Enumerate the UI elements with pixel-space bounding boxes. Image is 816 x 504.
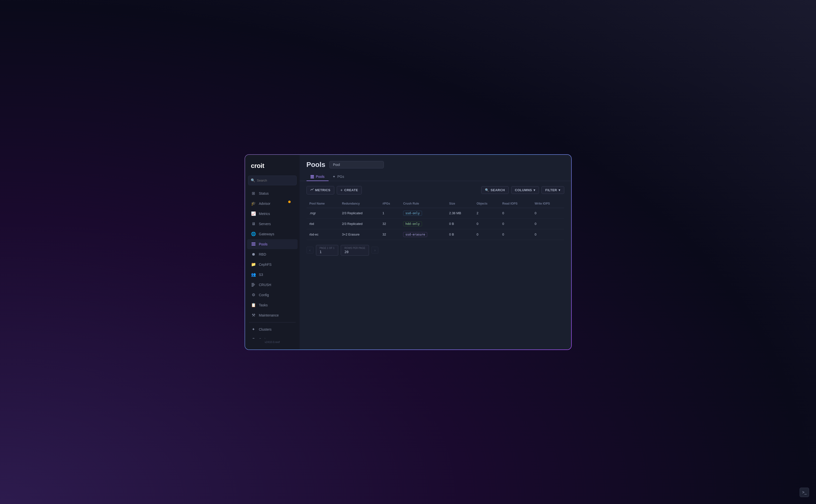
sidebar-item-label: CRUSH <box>259 283 271 287</box>
search-icon: 🔍 <box>485 188 489 192</box>
cell-pgs: 32 <box>379 229 400 240</box>
svg-rect-8 <box>310 176 314 177</box>
svg-rect-7 <box>310 175 314 176</box>
table-row[interactable]: rbd 2/3 Replicated 32 hdd-only 0 B 0 0 0 <box>306 218 564 229</box>
page-search-input[interactable] <box>329 161 384 168</box>
pools-table: Pool Name Redundancy #PGs Crush Rule Siz… <box>306 199 564 240</box>
columns-button[interactable]: COLUMNS ▾ <box>511 186 539 194</box>
rbd-icon: ⏺ <box>251 252 256 257</box>
col-write-iops: Write IOPS <box>532 199 564 208</box>
sidebar-item-label: S3 <box>259 273 263 277</box>
terminal-icon: >_ <box>802 490 807 495</box>
cell-objects: 2 <box>474 208 499 218</box>
filter-button[interactable]: FILTER ▾ <box>542 186 564 194</box>
col-read-iops: Read IOPS <box>499 199 532 208</box>
sidebar-item-label: Croit <box>259 338 266 339</box>
cell-redundancy: 3+2 Erasure <box>339 229 379 240</box>
tab-pools[interactable]: Pools <box>306 173 328 181</box>
svg-rect-9 <box>310 178 314 178</box>
sidebar-item-clusters[interactable]: ✦ Clusters <box>247 324 297 334</box>
sidebar-item-label: Maintenance <box>259 313 279 317</box>
terminal-button[interactable]: >_ <box>800 488 809 497</box>
cell-crush-rule: hdd-only <box>400 218 446 229</box>
cell-pool-name: rbd <box>306 218 339 229</box>
sidebar-item-pools[interactable]: Pools <box>247 239 297 249</box>
crush-icon <box>251 282 256 287</box>
sidebar-item-croit[interactable]: ⚙ Croit <box>247 335 297 339</box>
tab-pools-label: Pools <box>316 175 324 179</box>
svg-rect-6 <box>251 286 253 287</box>
version-label: v2410.0.reef <box>245 339 299 345</box>
cell-read-iops: 0 <box>499 208 532 218</box>
sidebar-nav: ⊞ Status 🎓 Advisor 📈 Metrics 🖥 Servers 🌐… <box>245 188 299 339</box>
page-tabs: Pools ✦ PGs <box>299 169 571 181</box>
metrics-icon: 📈 <box>251 211 256 216</box>
sidebar-item-maintenance[interactable]: ⚒ Maintenance <box>247 310 297 320</box>
cell-write-iops: 0 <box>532 208 564 218</box>
page-number: 1 <box>320 250 334 254</box>
rows-per-page-label: Rows per page <box>344 247 365 249</box>
col-pgs: #PGs <box>379 199 400 208</box>
sidebar-item-status[interactable]: ⊞ Status <box>247 188 297 198</box>
table-row[interactable]: .mgr 2/3 Replicated 1 ssd-only 2.38 MB 2… <box>306 208 564 218</box>
sidebar-item-servers[interactable]: 🖥 Servers <box>247 219 297 229</box>
sidebar-item-metrics[interactable]: 📈 Metrics <box>247 209 297 219</box>
cell-crush-rule: ssd-only <box>400 208 446 218</box>
col-redundancy: Redundancy <box>339 199 379 208</box>
cell-pool-name: rbd-ec <box>306 229 339 240</box>
search-input[interactable] <box>257 179 298 182</box>
create-button[interactable]: + CREATE <box>337 186 362 194</box>
sidebar-item-gateways[interactable]: 🌐 Gateways <box>247 229 297 239</box>
page-title: Pools <box>306 161 325 169</box>
col-pool-name: Pool Name <box>306 199 339 208</box>
sidebar-item-label: CephFS <box>259 263 271 266</box>
search-label: SEARCH <box>491 188 505 192</box>
tasks-icon: 📋 <box>251 303 256 308</box>
toolbar-left: METRICS + CREATE <box>306 186 362 194</box>
cell-crush-rule: ssd-erasure <box>400 229 446 240</box>
cell-redundancy: 2/3 Replicated <box>339 218 379 229</box>
config-icon: ⚙ <box>251 292 256 297</box>
tab-pgs-icon: ✦ <box>332 175 335 179</box>
svg-rect-5 <box>251 285 254 286</box>
next-page-button[interactable]: › <box>371 247 378 254</box>
metrics-button[interactable]: METRICS <box>306 186 334 194</box>
plus-icon: + <box>340 188 343 192</box>
search-box[interactable]: 🔍 ⌘ K <box>248 176 296 185</box>
sidebar-item-label: Clusters <box>259 327 271 331</box>
pools-icon <box>251 242 256 247</box>
sidebar-item-label: Metrics <box>259 212 270 216</box>
svg-rect-4 <box>251 284 255 285</box>
page-header: Pools <box>299 155 571 169</box>
rows-per-page[interactable]: Rows per page 20 <box>341 245 369 256</box>
sidebar-item-s3[interactable]: 👥 S3 <box>247 270 297 280</box>
sidebar-item-rbd[interactable]: ⏺ RBD <box>247 249 297 259</box>
sidebar-item-config[interactable]: ⚙ Config <box>247 290 297 300</box>
cell-pgs: 1 <box>379 208 400 218</box>
prev-page-button[interactable]: ‹ <box>306 247 313 254</box>
cell-read-iops: 0 <box>499 229 532 240</box>
sidebar-item-cephfs[interactable]: 📁 CephFS <box>247 260 297 269</box>
table-row[interactable]: rbd-ec 3+2 Erasure 32 ssd-erasure 0 B 0 … <box>306 229 564 240</box>
sidebar-item-label: Advisor <box>259 202 270 206</box>
metrics-label: METRICS <box>315 188 330 192</box>
table-body: .mgr 2/3 Replicated 1 ssd-only 2.38 MB 2… <box>306 208 564 240</box>
filter-label: FILTER <box>545 188 557 192</box>
tab-pgs[interactable]: ✦ PGs <box>328 173 348 181</box>
sidebar-item-crush[interactable]: CRUSH <box>247 280 297 290</box>
col-objects: Objects <box>474 199 499 208</box>
advisor-badge <box>288 201 291 203</box>
cell-write-iops: 0 <box>532 218 564 229</box>
gateways-icon: 🌐 <box>251 232 256 237</box>
search-button[interactable]: 🔍 SEARCH <box>481 186 509 194</box>
sidebar-item-advisor[interactable]: 🎓 Advisor <box>247 199 297 209</box>
tab-pools-icon <box>310 175 314 179</box>
cell-pool-name: .mgr <box>306 208 339 218</box>
clusters-icon: ✦ <box>251 327 256 332</box>
advisor-icon: 🎓 <box>251 201 256 206</box>
logo: croit <box>245 155 299 176</box>
sidebar-item-tasks[interactable]: 📋 Tasks <box>247 300 297 310</box>
table-header: Pool Name Redundancy #PGs Crush Rule Siz… <box>306 199 564 208</box>
chevron-down-icon: ▾ <box>534 188 536 192</box>
sidebar-item-label: RBD <box>259 252 266 256</box>
